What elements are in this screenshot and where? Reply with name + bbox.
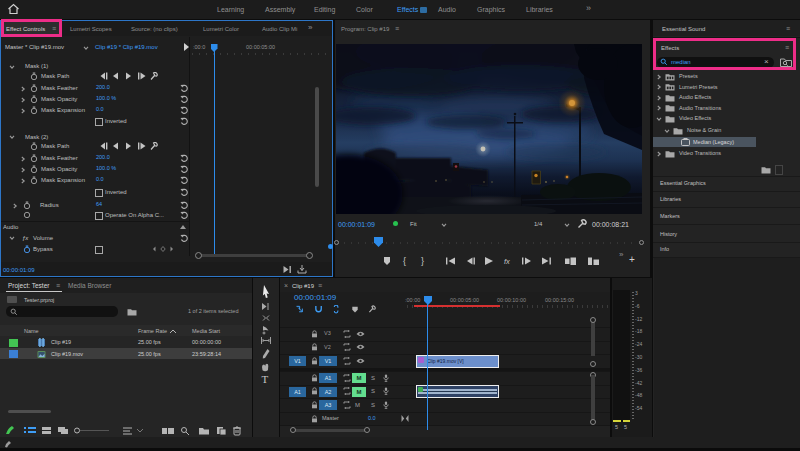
svg-text:T: T xyxy=(262,373,269,385)
svg-text:fx: fx xyxy=(504,257,510,266)
svg-text:{: { xyxy=(403,256,406,266)
svg-text:}: } xyxy=(421,256,424,266)
